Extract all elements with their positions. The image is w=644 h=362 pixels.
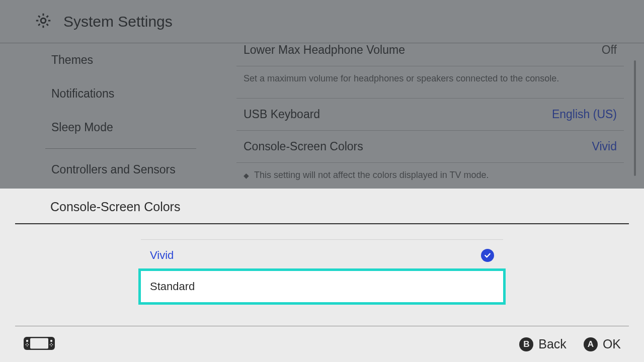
dialog-options: Vivid Standard bbox=[141, 239, 503, 302]
sidebar-item-sleep-mode[interactable]: Sleep Mode bbox=[15, 111, 211, 144]
back-button[interactable]: B Back bbox=[519, 337, 567, 351]
row-value: English (US) bbox=[552, 108, 617, 121]
row-label: Console-Screen Colors bbox=[244, 140, 363, 153]
row-value: Off bbox=[602, 43, 617, 57]
svg-point-10 bbox=[50, 344, 51, 345]
a-button-icon: A bbox=[584, 337, 598, 351]
sidebar-item-controllers[interactable]: Controllers and Sensors bbox=[15, 153, 211, 187]
settings-content: Lower Max Headphone Volume Off Set a max… bbox=[236, 43, 624, 188]
row-console-screen-colors[interactable]: Console-Screen Colors Vivid bbox=[236, 131, 624, 163]
row-label: Lower Max Headphone Volume bbox=[244, 43, 405, 57]
sidebar-item-notifications[interactable]: Notifications bbox=[15, 77, 211, 111]
row-usb-keyboard[interactable]: USB Keyboard English (US) bbox=[236, 99, 624, 131]
b-button-icon: B bbox=[519, 337, 533, 351]
ok-button[interactable]: A OK bbox=[584, 337, 621, 351]
option-label: Vivid bbox=[150, 249, 174, 262]
row-headphone-volume[interactable]: Lower Max Headphone Volume Off bbox=[236, 43, 624, 66]
svg-point-0 bbox=[41, 18, 46, 23]
dialog-console-screen-colors: Console-Screen Colors Vivid Standard bbox=[0, 189, 644, 362]
svg-point-4 bbox=[50, 339, 52, 341]
colors-note: ◆ This setting will not affect the color… bbox=[236, 163, 624, 188]
svg-point-7 bbox=[28, 344, 29, 345]
svg-rect-2 bbox=[30, 338, 48, 348]
sidebar: Themes Notifications Sleep Mode Controll… bbox=[15, 43, 211, 187]
row-label: USB Keyboard bbox=[244, 108, 320, 121]
svg-point-3 bbox=[26, 339, 28, 341]
check-icon bbox=[481, 249, 494, 262]
sidebar-divider bbox=[45, 148, 196, 149]
option-label: Standard bbox=[150, 280, 195, 293]
diamond-icon: ◆ bbox=[244, 171, 249, 179]
footer: B Back A OK bbox=[15, 326, 629, 362]
header: System Settings bbox=[0, 0, 644, 43]
dialog-title: Console-Screen Colors bbox=[15, 189, 629, 224]
svg-point-8 bbox=[27, 343, 28, 344]
page-title: System Settings bbox=[63, 13, 173, 30]
option-vivid[interactable]: Vivid bbox=[141, 239, 503, 271]
svg-point-9 bbox=[51, 345, 52, 346]
gear-icon bbox=[34, 12, 52, 32]
headphone-hint: Set a maximum volume for headphones or s… bbox=[236, 66, 624, 99]
scroll-indicator[interactable] bbox=[634, 60, 636, 176]
option-standard[interactable]: Standard bbox=[141, 271, 503, 302]
row-value: Vivid bbox=[592, 140, 617, 153]
svg-point-12 bbox=[51, 343, 52, 344]
sidebar-item-themes[interactable]: Themes bbox=[15, 43, 211, 77]
svg-point-6 bbox=[26, 344, 27, 345]
svg-point-11 bbox=[52, 344, 53, 345]
console-icon bbox=[23, 336, 55, 352]
svg-point-5 bbox=[27, 345, 28, 346]
